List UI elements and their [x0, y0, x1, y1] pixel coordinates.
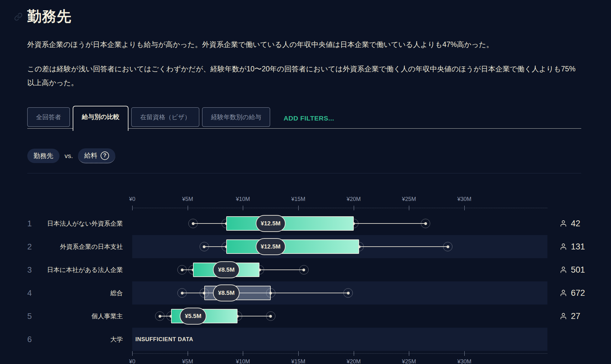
axis-tick	[188, 351, 188, 356]
row-label: 日本に本社がある法人企業	[40, 258, 132, 281]
row-count: 42	[547, 212, 581, 235]
tab-salary-by-experience[interactable]: 経験年数別の給与	[202, 107, 270, 127]
chart-rows: 1 日本法人がない外資系企業 ¥12.5M 42 2 外資系企業の日本支社 ¥1…	[27, 212, 581, 351]
median-pill[interactable]: ¥8.5M	[213, 261, 240, 278]
metric-chip-salary[interactable]: 給料 ?	[78, 148, 115, 163]
row-label: 総合	[40, 281, 132, 305]
point-dot	[192, 222, 195, 225]
max-point[interactable]	[299, 265, 309, 274]
row-plot: INSUFFICIENT DATA	[132, 328, 547, 351]
median-pill[interactable]: ¥12.5M	[256, 215, 285, 232]
person-icon	[560, 266, 567, 274]
row-rank: 4	[27, 281, 40, 305]
intro-paragraph-1: 外資系企業のほうが日本企業よりも給与が高かった。外資系企業で働いている人の年収中…	[27, 38, 581, 51]
median-pill[interactable]: ¥5.5M	[180, 308, 206, 325]
axis-tick-label: ¥30M	[457, 358, 471, 364]
row-rank: 6	[27, 328, 40, 351]
question-circle-icon[interactable]: ?	[101, 151, 109, 160]
iqr-box[interactable]	[226, 216, 353, 231]
axis-tick-label: ¥30M	[457, 196, 471, 203]
axis-tick	[409, 206, 409, 210]
max-point[interactable]	[443, 242, 452, 251]
axis-tick	[298, 351, 299, 356]
max-point[interactable]	[266, 311, 275, 321]
chart-row: 4 総合 ¥8.5M 672	[27, 281, 581, 305]
metric-chip-label: 給料	[84, 151, 97, 160]
chart-row: 3 日本に本社がある法人企業 ¥8.5M 501	[27, 258, 581, 281]
axis-tick	[354, 351, 354, 356]
row-label: 大学	[40, 328, 132, 351]
chart-row: 5 個人事業主 ¥5.5M 27	[27, 305, 581, 328]
row-count-value: 42	[571, 219, 580, 228]
axis-tick-label: ¥25M	[402, 196, 416, 203]
point-dot	[347, 292, 350, 295]
axis-tick-label: ¥5M	[182, 196, 193, 203]
comparison-selector: 勤務先 vs. 給料 ?	[27, 148, 581, 163]
point-dot	[159, 315, 161, 318]
point-dot	[203, 245, 206, 248]
min-point[interactable]	[177, 265, 187, 274]
tab-salary-comparison[interactable]: 給与別の比較	[73, 106, 128, 131]
row-plot: ¥5.5M	[132, 305, 547, 328]
row-label: 個人事業主	[40, 305, 132, 328]
axis-tick-label: ¥15M	[291, 358, 305, 364]
row-rank: 1	[27, 212, 40, 235]
axis-tick	[243, 351, 243, 356]
anchor-link-icon[interactable]	[14, 13, 23, 22]
iqr-box[interactable]	[226, 239, 359, 254]
dimension-chip-workplace[interactable]: 勤務先	[27, 149, 60, 163]
row-count: 27	[547, 305, 581, 328]
min-point[interactable]	[200, 242, 209, 251]
median-pill[interactable]: ¥8.5M	[213, 285, 240, 301]
axis-tick	[188, 206, 188, 210]
axis-tick-label: ¥10M	[236, 196, 250, 203]
max-point[interactable]	[343, 288, 353, 298]
intro-paragraph-2: この差は経験が浅い回答者においてはごくわずかだが、経験年数が10〜20年の回答者…	[27, 62, 581, 90]
axis-tick	[464, 351, 465, 356]
row-count: 672	[547, 281, 585, 305]
chart-row: 2 外資系企業の日本支社 ¥12.5M 131	[27, 235, 581, 258]
row-plot: ¥8.5M	[132, 281, 547, 305]
add-filters-button[interactable]: ADD FILTERS...	[284, 115, 334, 122]
row-rank: 3	[27, 258, 40, 281]
salary-survey-section: 勤務先 外資系企業のほうが日本企業よりも給与が高かった。外資系企業で働いている人…	[0, 0, 611, 364]
vs-label: vs.	[65, 152, 73, 160]
row-count-value: 27	[571, 311, 580, 321]
axis-tick	[132, 351, 133, 356]
tab-visa-status[interactable]: 在留資格（ビザ）	[131, 107, 199, 127]
row-plot: ¥12.5M	[132, 235, 547, 258]
axis-bottom-row: ¥0¥5M¥10M¥15M¥20M¥25M¥30M	[27, 351, 581, 364]
axis-tick-label: ¥0	[129, 358, 135, 364]
tab-all-respondents[interactable]: 全回答者	[27, 107, 70, 127]
point-dot	[181, 292, 184, 295]
section-divider	[27, 173, 581, 173]
axis-tick-label: ¥10M	[236, 358, 250, 364]
axis-top: ¥0¥5M¥10M¥15M¥20M¥25M¥30M	[132, 187, 547, 212]
axis-tick	[243, 206, 243, 210]
axis-tick-label: ¥5M	[182, 358, 193, 364]
max-point[interactable]	[421, 219, 430, 228]
row-count: 501	[547, 258, 585, 281]
axis-tick-label: ¥15M	[291, 196, 305, 203]
point-dot	[181, 269, 184, 271]
person-icon	[560, 312, 567, 320]
row-label: 日本法人がない外資系企業	[40, 212, 132, 235]
person-icon	[560, 289, 567, 297]
row-count: 131	[547, 235, 585, 258]
row-count-value: 501	[571, 265, 585, 275]
point-dot	[424, 222, 427, 225]
tab-bar: 全回答者 給与別の比較 在留資格（ビザ） 経験年数別の給与 ADD FILTER…	[27, 105, 581, 131]
row-rank: 5	[27, 305, 40, 328]
min-point[interactable]	[188, 219, 198, 228]
axis-tick	[132, 206, 133, 210]
row-plot: ¥12.5M	[132, 212, 547, 235]
axis-top-row: ¥0¥5M¥10M¥15M¥20M¥25M¥30M	[27, 187, 581, 212]
salary-boxplot-chart: ¥0¥5M¥10M¥15M¥20M¥25M¥30M 1 日本法人がない外資系企業…	[27, 187, 581, 364]
axis-tick-label: ¥0	[129, 196, 135, 203]
person-icon	[560, 220, 567, 227]
min-point[interactable]	[177, 288, 187, 298]
row-plot: ¥8.5M	[132, 258, 547, 281]
axis-tick-label: ¥25M	[402, 358, 416, 364]
median-pill[interactable]: ¥12.5M	[256, 238, 285, 255]
min-point[interactable]	[155, 311, 164, 321]
